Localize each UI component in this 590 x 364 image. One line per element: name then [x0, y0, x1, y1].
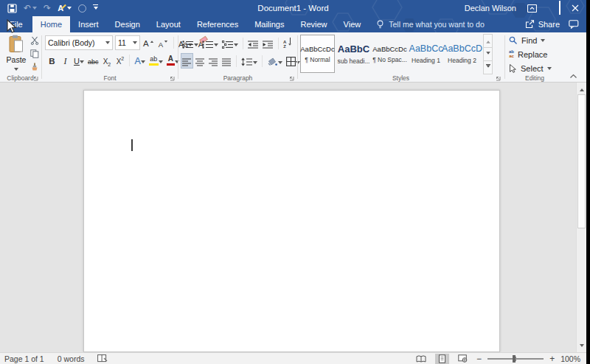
text-effects-button[interactable]: A — [133, 53, 145, 67]
style-sub-heading[interactable]: AaBbC sub headi... — [336, 35, 371, 73]
font-size-combobox[interactable]: 11 — [115, 35, 140, 50]
repeat-circle-icon[interactable] — [78, 4, 86, 13]
line-spacing-button[interactable] — [240, 54, 258, 68]
font-family-value: Calibri (Body) — [48, 38, 103, 47]
bullets-button[interactable] — [181, 36, 199, 50]
font-dialog-launcher[interactable] — [169, 75, 175, 81]
grow-font-button[interactable]: A — [142, 36, 156, 50]
web-layout-button[interactable] — [455, 354, 471, 363]
tell-me-box[interactable]: Tell me what you want to do — [376, 16, 485, 32]
document-canvas — [0, 83, 586, 352]
tab-layout[interactable]: Layout — [148, 16, 189, 32]
paste-button[interactable]: Paste — [4, 35, 29, 73]
signed-in-user[interactable]: Declan Wilson — [465, 4, 516, 13]
comment-bubble-icon[interactable] — [569, 20, 579, 29]
superscript-button[interactable]: X 2 — [114, 53, 125, 67]
styles-scroll-up-button[interactable] — [483, 34, 493, 48]
format-painter-icon[interactable] — [30, 63, 39, 71]
ribbon: Paste — [0, 32, 586, 83]
read-mode-button[interactable] — [413, 354, 429, 363]
find-button[interactable]: Find — [509, 34, 563, 46]
multilevel-list-button[interactable] — [221, 36, 239, 50]
paragraph-dialog-launcher[interactable] — [288, 75, 294, 81]
proofing-icon[interactable] — [97, 354, 108, 363]
document-page[interactable] — [83, 90, 500, 352]
style-heading-1[interactable]: AaBbCc Heading 1 — [409, 35, 443, 73]
style-heading-2[interactable]: AaBbCcD Heading 2 — [445, 35, 479, 73]
collapse-ribbon-button[interactable] — [569, 74, 577, 79]
scroll-up-button[interactable] — [577, 83, 586, 94]
maximize-button[interactable] — [559, 1, 560, 15]
title-bar-controls: Declan Wilson — [465, 0, 579, 16]
styles-scroll-down-button[interactable] — [483, 47, 493, 61]
justify-button[interactable] — [221, 54, 232, 68]
bold-button[interactable]: B — [46, 53, 58, 67]
zoom-percentage[interactable]: 100% — [560, 354, 580, 363]
shrink-font-button[interactable]: A — [158, 36, 170, 50]
replace-button[interactable]: ab ac Replace — [509, 48, 563, 60]
style-normal[interactable]: AaBbCcDc ¶ Normal — [300, 35, 335, 73]
copy-icon[interactable] — [30, 49, 39, 58]
print-layout-button[interactable] — [435, 354, 449, 364]
subscript-button[interactable]: X 2 — [101, 53, 112, 67]
share-button[interactable]: Share — [525, 20, 560, 29]
styles-more-button[interactable] — [483, 60, 493, 74]
paste-clipboard-icon — [8, 35, 24, 54]
title-bar-top-row: ↶ ↷ A Document1 - Word De — [0, 0, 586, 16]
style-pen-icon[interactable]: A — [58, 4, 72, 13]
align-left-button[interactable] — [181, 54, 192, 68]
paste-dropdown-caret[interactable] — [14, 68, 18, 73]
italic-button[interactable]: I — [60, 53, 71, 67]
scrollbar-thumb[interactable] — [577, 94, 586, 228]
font-family-combobox[interactable]: Calibri (Body) — [45, 35, 113, 50]
select-button[interactable]: Select — [509, 62, 563, 74]
tab-references[interactable]: References — [189, 16, 246, 32]
decrease-indent-button[interactable] — [247, 36, 260, 50]
style-no-spacing[interactable]: AaBbCcDc ¶ No Spac... — [372, 35, 407, 73]
tab-row-right: Share — [525, 16, 579, 32]
align-right-button[interactable] — [208, 54, 219, 68]
vertical-scrollbar[interactable] — [576, 83, 586, 352]
word-count[interactable]: 0 words — [58, 354, 85, 363]
undo-icon[interactable]: ↶ — [24, 4, 37, 13]
redo-icon[interactable]: ↷ — [44, 4, 51, 13]
shading-button[interactable] — [266, 54, 283, 68]
zoom-in-button[interactable]: + — [549, 354, 555, 364]
styles-gallery: AaBbCcDc ¶ Normal AaBbC sub headi... AaB… — [300, 35, 479, 73]
numbering-button[interactable] — [201, 36, 219, 50]
replace-label: Replace — [518, 50, 547, 59]
styles-dialog-launcher[interactable] — [495, 75, 501, 81]
clipboard-group: Paste — [0, 32, 41, 83]
page-indicator[interactable]: Page 1 of 1 — [4, 354, 44, 363]
title-bar: ↶ ↷ A Document1 - Word De — [0, 0, 586, 32]
align-center-button[interactable] — [195, 54, 206, 68]
font-size-value: 11 — [118, 38, 130, 47]
close-button[interactable] — [572, 4, 579, 12]
screen-edge — [586, 0, 590, 364]
ribbon-display-options-icon[interactable] — [527, 4, 537, 13]
tab-design[interactable]: Design — [107, 16, 148, 32]
strikethrough-button[interactable]: abc — [87, 53, 100, 67]
tab-view[interactable]: View — [336, 16, 369, 32]
mouse-cursor — [7, 19, 17, 34]
scroll-down-button[interactable] — [577, 341, 586, 351]
sort-button[interactable]: A Z — [282, 36, 294, 50]
underline-button[interactable]: U — [73, 53, 85, 67]
tab-mailings[interactable]: Mailings — [246, 16, 292, 32]
paragraph-group-label: Paragraph — [179, 74, 296, 82]
paste-label: Paste — [7, 55, 27, 64]
zoom-out-button[interactable]: − — [476, 354, 482, 364]
customize-qat-icon[interactable] — [93, 4, 98, 12]
paragraph-group: A Z ¶ — [179, 32, 296, 83]
tab-review[interactable]: Review — [293, 16, 336, 32]
increase-indent-button[interactable] — [262, 36, 274, 50]
save-icon[interactable] — [7, 4, 17, 13]
tab-insert[interactable]: Insert — [70, 16, 107, 32]
tab-home[interactable]: Home — [32, 16, 70, 32]
text-insertion-caret — [131, 139, 133, 151]
zoom-slider[interactable] — [487, 358, 544, 360]
clipboard-dialog-launcher[interactable] — [32, 75, 38, 81]
text-highlight-button[interactable]: ab — [148, 53, 164, 67]
zoom-slider-thumb[interactable] — [513, 355, 516, 363]
cut-icon[interactable] — [30, 36, 39, 45]
